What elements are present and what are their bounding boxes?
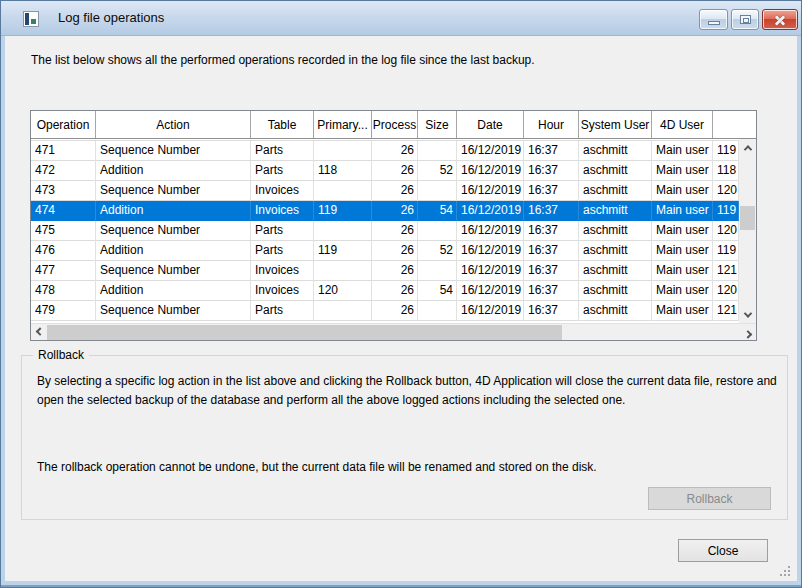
rollback-description: By selecting a specific log action in th… bbox=[37, 372, 791, 410]
table-cell: aschmitt bbox=[579, 201, 652, 221]
column-header-hour[interactable]: Hour bbox=[524, 111, 579, 138]
scroll-down-button[interactable] bbox=[739, 306, 756, 323]
column-header-blank[interactable] bbox=[713, 111, 756, 138]
table-cell: aschmitt bbox=[579, 301, 652, 321]
scroll-left-button[interactable] bbox=[31, 324, 48, 341]
table-cell: 120 ; ; bbox=[713, 281, 739, 301]
table-cell: 474 bbox=[31, 201, 96, 221]
column-header-date[interactable]: Date bbox=[457, 111, 524, 138]
column-header-4d-user[interactable]: 4D User bbox=[652, 111, 713, 138]
rollback-group-label: Rollback bbox=[33, 348, 89, 362]
table-cell: Sequence Number bbox=[96, 301, 251, 321]
table-cell: 119 ; bbox=[713, 241, 739, 261]
table-cell: 26 bbox=[372, 301, 418, 321]
table-cell: 52 bbox=[418, 241, 457, 261]
maximize-button[interactable] bbox=[731, 9, 759, 30]
table-cell: aschmitt bbox=[579, 261, 652, 281]
table-row[interactable]: 477Sequence NumberInvoices2616/12/201916… bbox=[31, 261, 756, 281]
table-cell: 118 ; bbox=[713, 161, 739, 181]
chevron-left-icon bbox=[35, 327, 43, 335]
table-row[interactable]: 479Sequence NumberParts2616/12/201916:37… bbox=[31, 301, 756, 321]
column-header-primary[interactable]: Primary... bbox=[314, 111, 372, 138]
intro-text: The list below shows all the performed o… bbox=[31, 53, 771, 67]
table-cell: 16/12/2019 bbox=[457, 301, 524, 321]
table-cell: 16:37 bbox=[524, 301, 579, 321]
table-row[interactable]: 475Sequence NumberParts2616/12/201916:37… bbox=[31, 221, 756, 241]
vertical-scrollbar-thumb[interactable] bbox=[740, 206, 755, 230]
table-cell: Main user bbox=[652, 241, 713, 261]
column-header-size[interactable]: Size bbox=[418, 111, 457, 138]
resize-grip-icon[interactable] bbox=[780, 566, 792, 578]
table-cell: Sequence Number bbox=[96, 141, 251, 161]
table-cell: 476 bbox=[31, 241, 96, 261]
table-cell: Parts bbox=[251, 241, 314, 261]
column-header-table[interactable]: Table bbox=[251, 111, 314, 138]
table-row[interactable]: 471Sequence NumberParts2616/12/201916:37… bbox=[31, 141, 756, 161]
rollback-button[interactable]: Rollback bbox=[648, 487, 771, 510]
table-cell: 26 bbox=[372, 261, 418, 281]
table-cell: 471 bbox=[31, 141, 96, 161]
table-row[interactable]: 473Sequence NumberInvoices2616/12/201916… bbox=[31, 181, 756, 201]
chevron-up-icon bbox=[743, 145, 751, 153]
table-cell: 473 bbox=[31, 181, 96, 201]
window-frame-bottom-edge bbox=[1, 585, 801, 587]
column-header-system-user[interactable]: System User bbox=[579, 111, 652, 138]
column-header-operation[interactable]: Operation bbox=[31, 111, 96, 138]
horizontal-scrollbar[interactable] bbox=[31, 323, 756, 340]
horizontal-scrollbar-thumb[interactable] bbox=[47, 325, 562, 340]
listbox-rows: 471Sequence NumberParts2616/12/201916:37… bbox=[31, 141, 756, 321]
table-cell: 16:37 bbox=[524, 181, 579, 201]
table-cell: aschmitt bbox=[579, 241, 652, 261]
table-cell: 120 bbox=[713, 221, 739, 241]
minimize-button[interactable] bbox=[699, 9, 728, 30]
vertical-scrollbar[interactable] bbox=[739, 139, 756, 323]
table-cell: aschmitt bbox=[579, 161, 652, 181]
table-cell: 16:37 bbox=[524, 161, 579, 181]
table-cell: 16:37 bbox=[524, 261, 579, 281]
table-cell bbox=[314, 181, 372, 201]
table-cell: aschmitt bbox=[579, 181, 652, 201]
table-cell: Main user bbox=[652, 301, 713, 321]
table-cell: 52 bbox=[418, 161, 457, 181]
table-cell: 120 bbox=[314, 281, 372, 301]
scroll-up-button[interactable] bbox=[739, 139, 756, 156]
table-row[interactable]: 476AdditionParts119265216/12/201916:37as… bbox=[31, 241, 756, 261]
column-header-process[interactable]: Process bbox=[372, 111, 418, 138]
table-row[interactable]: 472AdditionParts118265216/12/201916:37as… bbox=[31, 161, 756, 181]
table-cell: 119 bbox=[713, 141, 739, 161]
table-cell: 16/12/2019 bbox=[457, 281, 524, 301]
table-cell: 118 bbox=[314, 161, 372, 181]
rollback-warning: The rollback operation cannot be undone,… bbox=[37, 458, 791, 477]
table-cell: 54 bbox=[418, 201, 457, 221]
table-row[interactable]: 478AdditionInvoices120265416/12/201916:3… bbox=[31, 281, 756, 301]
table-cell: Parts bbox=[251, 221, 314, 241]
table-cell: Invoices bbox=[251, 181, 314, 201]
table-cell: 54 bbox=[418, 281, 457, 301]
table-cell bbox=[418, 261, 457, 281]
table-cell: 16/12/2019 bbox=[457, 161, 524, 181]
table-cell: Addition bbox=[96, 241, 251, 261]
table-cell bbox=[314, 221, 372, 241]
table-cell: Invoices bbox=[251, 261, 314, 281]
table-cell: Invoices bbox=[251, 281, 314, 301]
table-cell: 478 bbox=[31, 281, 96, 301]
close-button[interactable]: Close bbox=[678, 539, 768, 562]
table-cell: Parts bbox=[251, 161, 314, 181]
table-cell: aschmitt bbox=[579, 221, 652, 241]
titlebar[interactable]: Log file operations bbox=[1, 1, 801, 36]
table-cell: Addition bbox=[96, 201, 251, 221]
column-header-action[interactable]: Action bbox=[96, 111, 251, 138]
listbox-body: 471Sequence NumberParts2616/12/201916:37… bbox=[31, 139, 756, 323]
scroll-right-button[interactable] bbox=[739, 324, 756, 341]
table-cell: 479 bbox=[31, 301, 96, 321]
table-row[interactable]: 474AdditionInvoices119265416/12/201916:3… bbox=[31, 201, 756, 221]
close-window-button[interactable] bbox=[762, 9, 798, 30]
table-cell: 475 bbox=[31, 221, 96, 241]
table-cell: 119 ; ; bbox=[713, 201, 739, 221]
table-cell: 26 bbox=[372, 181, 418, 201]
table-cell: 26 bbox=[372, 161, 418, 181]
maximize-icon bbox=[740, 15, 751, 24]
table-cell: Main user bbox=[652, 181, 713, 201]
table-cell: 16:37 bbox=[524, 241, 579, 261]
table-cell: 26 bbox=[372, 221, 418, 241]
